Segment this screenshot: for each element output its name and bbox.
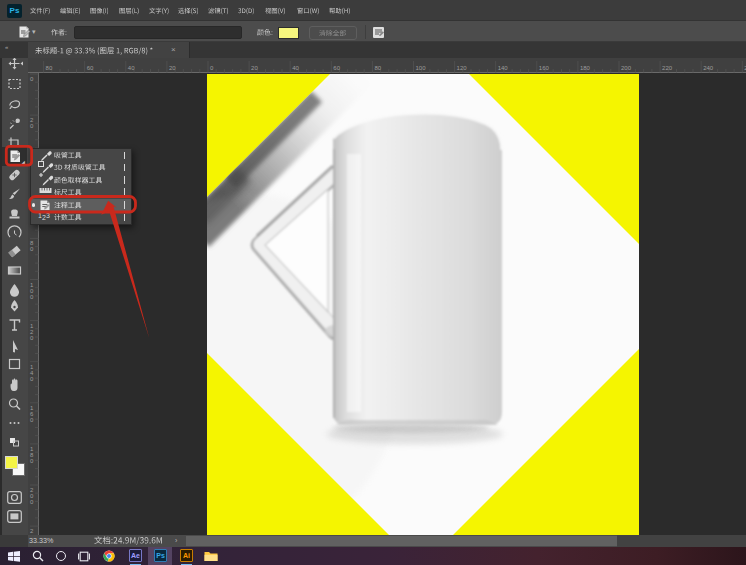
svg-text:140: 140	[498, 65, 509, 71]
svg-text:0: 0	[30, 294, 34, 300]
svg-text:60: 60	[333, 65, 340, 71]
svg-text:100: 100	[416, 65, 427, 71]
svg-text:160: 160	[539, 65, 550, 71]
svg-text:40: 40	[292, 65, 299, 71]
svg-text:120: 120	[457, 65, 468, 71]
svg-text:80: 80	[374, 65, 381, 71]
svg-text:180: 180	[580, 65, 591, 71]
svg-text:0: 0	[30, 246, 34, 252]
svg-text:200: 200	[621, 65, 632, 71]
svg-text:0: 0	[30, 76, 34, 82]
svg-text:0: 0	[30, 417, 34, 423]
svg-text:0: 0	[30, 335, 34, 341]
svg-text:240: 240	[703, 65, 714, 71]
svg-text:0: 0	[30, 499, 34, 505]
svg-text:0: 0	[30, 458, 34, 464]
svg-text:60: 60	[87, 65, 94, 71]
svg-text:80: 80	[46, 65, 53, 71]
svg-text:40: 40	[128, 65, 135, 71]
svg-text:20: 20	[251, 65, 258, 71]
svg-text:0: 0	[30, 123, 34, 129]
svg-text:0: 0	[30, 376, 34, 382]
svg-text:0: 0	[210, 65, 214, 71]
svg-text:220: 220	[662, 65, 673, 71]
svg-text:3: 3	[46, 212, 50, 219]
svg-text:20: 20	[169, 65, 176, 71]
